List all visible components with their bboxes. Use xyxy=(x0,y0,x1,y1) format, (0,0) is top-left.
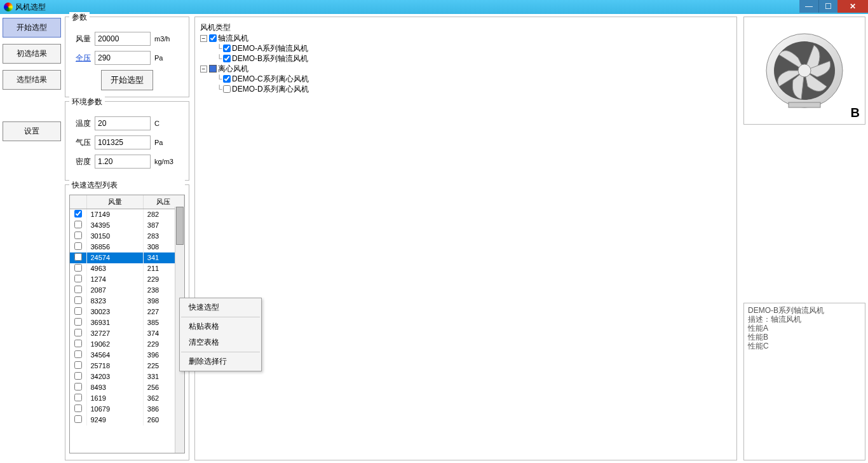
row-checkbox[interactable] xyxy=(74,340,82,347)
cell-flow: 25718 xyxy=(86,361,143,371)
tree-node-demo-c[interactable]: DEMO-C系列离心风机 xyxy=(232,74,309,84)
row-checkbox[interactable] xyxy=(74,286,82,293)
airpress-unit: Pa xyxy=(154,139,163,146)
tree-node-axial[interactable]: 轴流风机 xyxy=(218,33,248,43)
minimize-button[interactable]: — xyxy=(799,0,818,13)
table-row[interactable]: 32727374 xyxy=(70,328,184,339)
maximize-button[interactable]: ☐ xyxy=(818,0,837,13)
quicklist-legend: 快速选型列表 xyxy=(69,180,185,191)
row-checkbox[interactable] xyxy=(74,264,82,272)
table-row[interactable]: 25718225 xyxy=(70,361,184,371)
menu-delete-row[interactable]: 删除选择行 xyxy=(181,354,260,370)
nav-sidebar: 开始选型 初选结果 选型结果 设置 xyxy=(0,14,64,463)
fan-image-box: B xyxy=(743,17,865,125)
table-row[interactable]: 4963211 xyxy=(70,263,184,274)
tree-node-centrifugal[interactable]: 离心风机 xyxy=(218,64,248,74)
pressure-input[interactable] xyxy=(95,51,151,65)
cell-flow: 4963 xyxy=(86,263,143,274)
desc-line: 性能A xyxy=(748,324,861,333)
quicklist-fieldset: 快速选型列表 风量 风压 171492823439538730150283368… xyxy=(65,184,189,460)
cell-flow: 8493 xyxy=(86,382,143,393)
cell-flow: 34564 xyxy=(86,350,143,361)
table-row[interactable]: 19062229 xyxy=(70,339,184,350)
table-row[interactable]: 24574341 xyxy=(70,252,184,263)
row-checkbox[interactable] xyxy=(74,307,82,315)
table-row[interactable]: 34395387 xyxy=(70,220,184,231)
row-checkbox[interactable] xyxy=(74,253,82,261)
table-row[interactable]: 36856308 xyxy=(70,242,184,252)
table-row[interactable]: 8493256 xyxy=(70,382,184,393)
table-row[interactable]: 17149282 xyxy=(70,209,184,220)
tree-check-centrifugal[interactable] xyxy=(209,65,217,73)
table-row[interactable]: 1619362 xyxy=(70,393,184,404)
quicklist-table-wrap[interactable]: 风量 风压 1714928234395387301502833685630824… xyxy=(69,195,185,453)
tree-check-demo-c[interactable] xyxy=(223,75,231,83)
row-checkbox[interactable] xyxy=(74,383,82,390)
cell-flow: 36856 xyxy=(86,242,143,252)
row-checkbox[interactable] xyxy=(74,394,82,401)
table-row[interactable]: 8323398 xyxy=(70,296,184,307)
close-button[interactable]: ✕ xyxy=(837,0,868,13)
menu-paste-table[interactable]: 粘贴表格 xyxy=(181,319,260,335)
tree-check-axial[interactable] xyxy=(209,34,217,42)
nav-prelim-results[interactable]: 初选结果 xyxy=(3,44,61,64)
tree-node-demo-d[interactable]: DEMO-D系列离心风机 xyxy=(232,84,309,94)
table-row[interactable]: 9249260 xyxy=(70,415,184,425)
desc-line: 性能C xyxy=(748,342,861,350)
table-row[interactable]: 34203331 xyxy=(70,371,184,382)
row-checkbox[interactable] xyxy=(74,210,82,218)
table-row[interactable]: 10679386 xyxy=(70,404,184,415)
row-checkbox[interactable] xyxy=(74,350,82,358)
row-checkbox[interactable] xyxy=(74,275,82,282)
svg-rect-3 xyxy=(789,102,820,107)
cell-flow: 17149 xyxy=(86,209,143,220)
cell-flow: 30023 xyxy=(86,307,143,317)
svg-point-2 xyxy=(798,64,811,77)
flow-input[interactable] xyxy=(95,32,151,46)
table-row[interactable]: 36931385 xyxy=(70,317,184,328)
pressure-label-link[interactable]: 全压 xyxy=(69,53,95,64)
cell-flow: 24574 xyxy=(86,252,143,263)
quicklist-col-flow[interactable]: 风量 xyxy=(86,195,143,209)
table-row[interactable]: 34564396 xyxy=(70,350,184,361)
start-selection-button[interactable]: 开始选型 xyxy=(101,70,153,90)
row-checkbox[interactable] xyxy=(74,242,82,250)
fan-type-fieldset: 风机类型 − 轴流风机 └ DEMO-A系列轴流风机 └ xyxy=(194,17,737,460)
row-checkbox[interactable] xyxy=(74,372,82,380)
tree-check-demo-d[interactable] xyxy=(223,85,231,93)
app-icon xyxy=(4,3,13,11)
nav-selection-results[interactable]: 选型结果 xyxy=(3,70,61,90)
airpress-input[interactable] xyxy=(95,135,151,149)
table-row[interactable]: 1274229 xyxy=(70,274,184,285)
table-row[interactable]: 2087238 xyxy=(70,285,184,296)
table-row[interactable]: 30023227 xyxy=(70,307,184,317)
quicklist-col-check[interactable] xyxy=(70,195,86,209)
row-checkbox[interactable] xyxy=(74,221,82,228)
density-unit: kg/m3 xyxy=(154,158,173,165)
menu-clear-table[interactable]: 清空表格 xyxy=(181,335,260,350)
temp-input[interactable] xyxy=(95,116,151,130)
row-checkbox[interactable] xyxy=(74,318,82,326)
flow-unit: m3/h xyxy=(154,35,170,43)
table-row[interactable]: 30150283 xyxy=(70,231,184,242)
cell-flow: 36931 xyxy=(86,317,143,328)
density-input[interactable] xyxy=(95,155,151,169)
row-checkbox[interactable] xyxy=(74,361,82,369)
row-checkbox[interactable] xyxy=(74,415,82,423)
tree-toggle-icon[interactable]: − xyxy=(200,66,207,73)
row-checkbox[interactable] xyxy=(74,232,82,239)
scrollbar-thumb[interactable] xyxy=(176,207,184,245)
menu-quick-select[interactable]: 快速选型 xyxy=(181,300,260,315)
tree-node-demo-b[interactable]: DEMO-B系列轴流风机 xyxy=(232,53,308,64)
tree-node-demo-a[interactable]: DEMO-A系列轴流风机 xyxy=(232,43,308,53)
tree-line-icon: └ xyxy=(215,53,223,64)
nav-start-selection[interactable]: 开始选型 xyxy=(3,18,61,38)
tree-check-demo-a[interactable] xyxy=(223,45,231,52)
tree-check-demo-b[interactable] xyxy=(223,55,231,62)
tree-toggle-icon[interactable]: − xyxy=(200,35,207,42)
row-checkbox[interactable] xyxy=(74,404,82,412)
nav-settings[interactable]: 设置 xyxy=(3,121,61,141)
row-checkbox[interactable] xyxy=(74,329,82,336)
row-checkbox[interactable] xyxy=(74,296,82,304)
tree-line-icon: └ xyxy=(215,84,223,94)
